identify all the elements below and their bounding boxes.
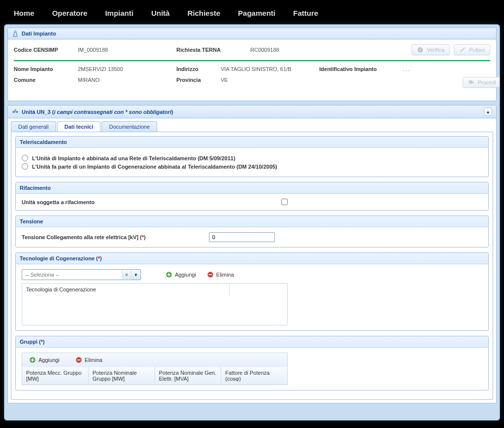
tecnologie-grid-body[interactable] — [22, 295, 287, 325]
rifacimento-label: Unità soggetta a rifacimento — [22, 199, 95, 205]
tensione-fieldset: Tensione Tensione Collegamento alla rete… — [15, 215, 489, 248]
gruppi-title: Gruppi (*) — [16, 336, 488, 348]
unit-icon — [12, 108, 19, 115]
identificativo-impianto-value: ... — [403, 66, 500, 72]
tensione-input[interactable] — [209, 232, 275, 242]
collapse-icon[interactable]: ▴ — [484, 107, 492, 116]
tensione-title: Tensione — [16, 216, 488, 227]
radio-dm-2011[interactable] — [22, 155, 28, 161]
nome-impianto-label: Nome Impianto — [14, 66, 78, 72]
nome-impianto-value: 2MSERVIZI 13500 — [78, 66, 176, 72]
svg-rect-4 — [14, 109, 16, 111]
comune-value: MIRANO — [78, 77, 176, 83]
verifica-button[interactable]: Verifica — [411, 44, 450, 55]
teleriscaldamento-option-2[interactable]: L'Unità fa parte di un Impianto di Cogen… — [22, 163, 482, 170]
tab-dati-tecnici[interactable]: Dati tecnici — [57, 121, 101, 132]
tecnologie-fieldset: Tecnologie di Cogenerazione (*) × ▾ — [15, 252, 489, 331]
nav-impianti[interactable]: Impianti — [102, 7, 136, 19]
tecnologie-title: Tecnologie di Cogenerazione (*) — [16, 253, 488, 264]
teleriscaldamento-title: Teleriscaldamento — [16, 137, 488, 148]
gruppi-col-0: Potenza Mecc. Gruppo [MW] — [22, 367, 89, 385]
green-separator — [14, 60, 490, 61]
identificativo-impianto-label: Identificativo Impianto — [319, 66, 403, 72]
tecnologia-combobox[interactable]: × ▾ — [22, 269, 141, 280]
tab-body: Teleriscaldamento L'Unità di Impianto è … — [11, 132, 493, 400]
pulisci-button[interactable]: Pulisci — [454, 44, 490, 55]
teleriscaldamento-option-1[interactable]: L'Unità di Impianto è abbinata ad una Re… — [22, 155, 482, 161]
gruppi-col-2: Potenza Nominale Gen. Elettr. [MVA] — [155, 367, 222, 385]
codice-censimp-label: Codice CENSIMP — [14, 47, 78, 53]
gruppi-toolbar: Aggiungi Elimina — [22, 353, 288, 367]
tab-dati-generali[interactable]: Dati generali — [11, 121, 56, 132]
combobox-clear-icon[interactable]: × — [122, 270, 131, 279]
indirizzo-label: Indirizzo — [176, 66, 221, 72]
tensione-label: Tensione Collegamento alla rete elettric… — [22, 234, 146, 240]
rifacimento-checkbox[interactable] — [281, 199, 288, 205]
tecnologie-col-spacer — [230, 284, 287, 295]
dati-impianto-title: Dati Impianto — [22, 31, 56, 36]
gruppi-aggiungi-button[interactable]: Aggiungi — [25, 355, 64, 365]
unita-title: Unità UN_3 (i campi contrassegnati con *… — [22, 109, 173, 115]
nav-pagamenti[interactable]: Pagamenti — [235, 7, 278, 19]
gruppi-columns: Potenza Mecc. Gruppo [MW] Potenza Nomina… — [22, 367, 288, 385]
rifacimento-title: Rifacimento — [16, 182, 488, 194]
gruppi-elimina-button[interactable]: Elimina — [71, 355, 106, 365]
dati-impianto-panel: Dati Impianto Codice CENSIMP IM_0009188 … — [7, 28, 497, 101]
richiesta-terna-label: Richiesta TERNA — [176, 47, 250, 53]
tecnologia-aggiungi-button[interactable]: Aggiungi — [162, 270, 200, 280]
nav-operatore[interactable]: Operatore — [49, 7, 91, 19]
tecnologia-elimina-button[interactable]: Elimina — [203, 270, 238, 280]
procedi-button[interactable]: Procedi — [463, 77, 500, 88]
nav-fatture[interactable]: Fatture — [290, 7, 321, 19]
gruppi-fieldset: Gruppi (*) Aggiungi Elimi — [15, 336, 489, 391]
richiesta-terna-value: RC0009188 — [250, 47, 349, 53]
tecnologie-grid: Tecnologia di Cogenerazione — [22, 283, 288, 325]
nav-home[interactable]: Home — [11, 7, 37, 19]
unit-tabs: Dati generali Dati tecnici Documentazion… — [11, 121, 493, 132]
svg-rect-1 — [469, 80, 472, 84]
tecnologie-col-header: Tecnologia di Cogenerazione — [22, 284, 230, 295]
gruppi-col-1: Potenza Nominale Gruppo [MW] — [89, 367, 155, 385]
provincia-value: VE — [221, 77, 319, 83]
gruppi-col-3: Fattore di Potenza (cosφ) — [221, 367, 287, 385]
indirizzo-value: VIA TAGLIO SINISTRO, 61/B — [221, 66, 300, 72]
top-nav: Home Operatore Impianti Unità Richieste … — [4, 4, 500, 24]
nav-richieste[interactable]: Richieste — [184, 7, 223, 19]
nav-unita[interactable]: Unità — [148, 7, 173, 19]
provincia-label: Provincia — [176, 77, 221, 83]
tab-documentazione[interactable]: Documentazione — [101, 121, 157, 132]
pylon-icon — [12, 30, 19, 37]
tecnologia-input[interactable] — [22, 270, 122, 280]
combobox-dropdown-icon[interactable]: ▾ — [131, 270, 140, 280]
rifacimento-fieldset: Rifacimento Unità soggetta a rifacimento — [15, 182, 489, 211]
teleriscaldamento-fieldset: Teleriscaldamento L'Unità di Impianto è … — [15, 136, 489, 177]
unita-panel: Unità UN_3 (i campi contrassegnati con *… — [7, 105, 497, 403]
radio-dm-2005[interactable] — [22, 163, 28, 170]
codice-censimp-value: IM_0009188 — [78, 47, 176, 53]
comune-label: Comune — [14, 77, 78, 83]
